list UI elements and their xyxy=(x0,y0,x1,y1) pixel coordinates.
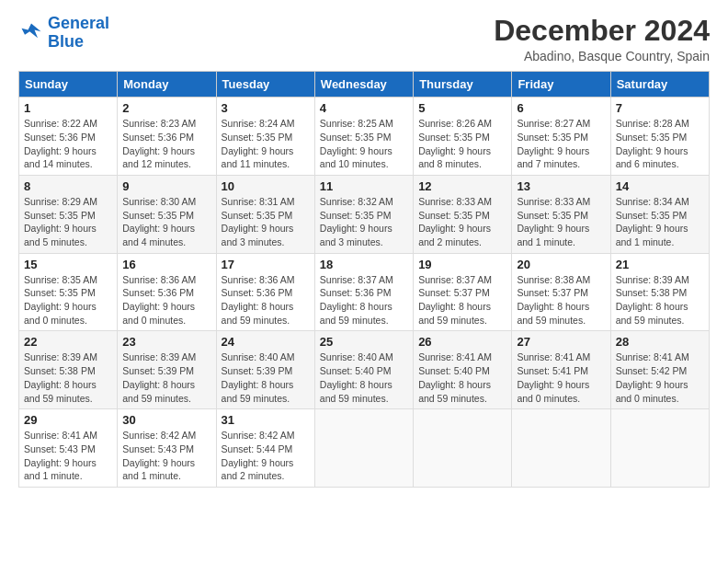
day-info: Sunrise: 8:37 AMSunset: 5:37 PMDaylight:… xyxy=(418,273,506,327)
calendar-day-cell: 9Sunrise: 8:30 AMSunset: 5:35 PMDaylight… xyxy=(118,175,216,253)
day-info: Sunrise: 8:39 AMSunset: 5:39 PMDaylight:… xyxy=(122,350,210,405)
day-info: Sunrise: 8:22 AMSunset: 5:36 PMDaylight:… xyxy=(24,117,112,171)
calendar-day-cell: 25Sunrise: 8:40 AMSunset: 5:40 PMDayligh… xyxy=(314,331,413,409)
calendar-day-cell xyxy=(512,409,610,488)
day-info: Sunrise: 8:37 AMSunset: 5:36 PMDaylight:… xyxy=(320,273,408,327)
day-number: 18 xyxy=(320,258,408,271)
calendar-header-saturday: Saturday xyxy=(610,72,709,98)
day-number: 7 xyxy=(616,101,704,115)
calendar-day-cell: 11Sunrise: 8:32 AMSunset: 5:35 PMDayligh… xyxy=(314,175,413,253)
day-number: 5 xyxy=(418,101,506,115)
calendar-day-cell: 21Sunrise: 8:39 AMSunset: 5:38 PMDayligh… xyxy=(610,253,709,331)
day-number: 21 xyxy=(616,258,704,271)
calendar-day-cell: 23Sunrise: 8:39 AMSunset: 5:39 PMDayligh… xyxy=(118,331,216,409)
title-block: December 2024 Abadino, Basque Country, S… xyxy=(494,15,710,63)
day-number: 30 xyxy=(122,413,210,427)
calendar-day-cell: 3Sunrise: 8:24 AMSunset: 5:35 PMDaylight… xyxy=(216,98,314,176)
day-number: 4 xyxy=(320,101,408,115)
calendar-day-cell: 26Sunrise: 8:41 AMSunset: 5:40 PMDayligh… xyxy=(414,331,512,409)
calendar-day-cell xyxy=(414,409,512,488)
calendar-day-cell: 13Sunrise: 8:33 AMSunset: 5:35 PMDayligh… xyxy=(512,175,610,253)
day-info: Sunrise: 8:23 AMSunset: 5:36 PMDaylight:… xyxy=(122,117,210,171)
day-info: Sunrise: 8:36 AMSunset: 5:36 PMDaylight:… xyxy=(122,273,210,327)
calendar-day-cell xyxy=(314,409,413,488)
day-info: Sunrise: 8:26 AMSunset: 5:35 PMDaylight:… xyxy=(418,117,506,171)
day-info: Sunrise: 8:42 AMSunset: 5:43 PMDaylight:… xyxy=(122,429,210,483)
calendar-day-cell: 6Sunrise: 8:27 AMSunset: 5:35 PMDaylight… xyxy=(512,98,610,176)
calendar-day-cell xyxy=(610,409,709,488)
calendar-header-thursday: Thursday xyxy=(414,72,512,98)
calendar-day-cell: 16Sunrise: 8:36 AMSunset: 5:36 PMDayligh… xyxy=(118,253,216,331)
logo-icon xyxy=(18,20,44,46)
calendar-day-cell: 29Sunrise: 8:41 AMSunset: 5:43 PMDayligh… xyxy=(19,409,118,488)
calendar-day-cell: 17Sunrise: 8:36 AMSunset: 5:36 PMDayligh… xyxy=(216,253,314,331)
calendar-day-cell: 2Sunrise: 8:23 AMSunset: 5:36 PMDaylight… xyxy=(118,98,216,176)
calendar-header-row: SundayMondayTuesdayWednesdayThursdayFrid… xyxy=(19,72,710,98)
day-info: Sunrise: 8:40 AMSunset: 5:40 PMDaylight:… xyxy=(320,350,408,405)
day-info: Sunrise: 8:41 AMSunset: 5:42 PMDaylight:… xyxy=(616,350,704,405)
day-info: Sunrise: 8:35 AMSunset: 5:35 PMDaylight:… xyxy=(24,273,112,327)
svg-marker-0 xyxy=(22,23,41,38)
calendar-day-cell: 12Sunrise: 8:33 AMSunset: 5:35 PMDayligh… xyxy=(414,175,512,253)
calendar-day-cell: 24Sunrise: 8:40 AMSunset: 5:39 PMDayligh… xyxy=(216,331,314,409)
calendar-day-cell: 28Sunrise: 8:41 AMSunset: 5:42 PMDayligh… xyxy=(610,331,709,409)
day-info: Sunrise: 8:33 AMSunset: 5:35 PMDaylight:… xyxy=(517,195,605,249)
day-info: Sunrise: 8:30 AMSunset: 5:35 PMDaylight:… xyxy=(122,195,210,249)
page-header: General Blue December 2024 Abadino, Basq… xyxy=(18,15,710,63)
day-number: 11 xyxy=(320,179,408,193)
calendar-day-cell: 7Sunrise: 8:28 AMSunset: 5:35 PMDaylight… xyxy=(610,98,709,176)
calendar-week-row: 22Sunrise: 8:39 AMSunset: 5:38 PMDayligh… xyxy=(19,331,710,409)
day-info: Sunrise: 8:41 AMSunset: 5:43 PMDaylight:… xyxy=(24,429,112,483)
day-info: Sunrise: 8:33 AMSunset: 5:35 PMDaylight:… xyxy=(418,195,506,249)
day-number: 2 xyxy=(122,101,210,115)
calendar-day-cell: 30Sunrise: 8:42 AMSunset: 5:43 PMDayligh… xyxy=(118,409,216,488)
logo: General Blue xyxy=(18,15,109,52)
calendar-day-cell: 20Sunrise: 8:38 AMSunset: 5:37 PMDayligh… xyxy=(512,253,610,331)
calendar-day-cell: 22Sunrise: 8:39 AMSunset: 5:38 PMDayligh… xyxy=(19,331,118,409)
calendar-day-cell: 18Sunrise: 8:37 AMSunset: 5:36 PMDayligh… xyxy=(314,253,413,331)
calendar-week-row: 8Sunrise: 8:29 AMSunset: 5:35 PMDaylight… xyxy=(19,175,710,253)
day-number: 8 xyxy=(24,179,112,193)
day-number: 22 xyxy=(24,335,112,349)
day-number: 14 xyxy=(616,179,704,193)
day-number: 1 xyxy=(24,101,112,115)
calendar-week-row: 15Sunrise: 8:35 AMSunset: 5:35 PMDayligh… xyxy=(19,253,710,331)
calendar-day-cell: 8Sunrise: 8:29 AMSunset: 5:35 PMDaylight… xyxy=(19,175,118,253)
day-number: 24 xyxy=(222,335,310,349)
day-info: Sunrise: 8:25 AMSunset: 5:35 PMDaylight:… xyxy=(320,117,408,171)
calendar-day-cell: 19Sunrise: 8:37 AMSunset: 5:37 PMDayligh… xyxy=(414,253,512,331)
calendar-header-sunday: Sunday xyxy=(19,72,118,98)
day-number: 17 xyxy=(222,258,310,271)
day-info: Sunrise: 8:24 AMSunset: 5:35 PMDaylight:… xyxy=(222,117,310,171)
day-number: 25 xyxy=(320,335,408,349)
calendar-day-cell: 27Sunrise: 8:41 AMSunset: 5:41 PMDayligh… xyxy=(512,331,610,409)
day-number: 6 xyxy=(517,101,605,115)
day-number: 31 xyxy=(222,413,310,427)
day-info: Sunrise: 8:39 AMSunset: 5:38 PMDaylight:… xyxy=(616,273,704,327)
day-number: 9 xyxy=(122,179,210,193)
day-info: Sunrise: 8:31 AMSunset: 5:35 PMDaylight:… xyxy=(222,195,310,249)
day-info: Sunrise: 8:40 AMSunset: 5:39 PMDaylight:… xyxy=(222,350,310,405)
calendar-body: 1Sunrise: 8:22 AMSunset: 5:36 PMDaylight… xyxy=(19,98,710,488)
day-number: 13 xyxy=(517,179,605,193)
calendar-day-cell: 10Sunrise: 8:31 AMSunset: 5:35 PMDayligh… xyxy=(216,175,314,253)
calendar-table: SundayMondayTuesdayWednesdayThursdayFrid… xyxy=(18,71,710,488)
day-number: 10 xyxy=(222,179,310,193)
day-number: 29 xyxy=(24,413,112,427)
calendar-day-cell: 1Sunrise: 8:22 AMSunset: 5:36 PMDaylight… xyxy=(19,98,118,176)
day-number: 3 xyxy=(222,101,310,115)
day-info: Sunrise: 8:29 AMSunset: 5:35 PMDaylight:… xyxy=(24,195,112,249)
day-number: 16 xyxy=(122,258,210,271)
day-info: Sunrise: 8:34 AMSunset: 5:35 PMDaylight:… xyxy=(616,195,704,249)
logo-text: General Blue xyxy=(48,15,109,52)
calendar-day-cell: 14Sunrise: 8:34 AMSunset: 5:35 PMDayligh… xyxy=(610,175,709,253)
day-number: 27 xyxy=(517,335,605,349)
calendar-day-cell: 5Sunrise: 8:26 AMSunset: 5:35 PMDaylight… xyxy=(414,98,512,176)
calendar-header-wednesday: Wednesday xyxy=(314,72,413,98)
calendar-header-friday: Friday xyxy=(512,72,610,98)
day-number: 23 xyxy=(122,335,210,349)
day-info: Sunrise: 8:36 AMSunset: 5:36 PMDaylight:… xyxy=(222,273,310,327)
day-number: 12 xyxy=(418,179,506,193)
day-info: Sunrise: 8:32 AMSunset: 5:35 PMDaylight:… xyxy=(320,195,408,249)
day-number: 15 xyxy=(24,258,112,271)
